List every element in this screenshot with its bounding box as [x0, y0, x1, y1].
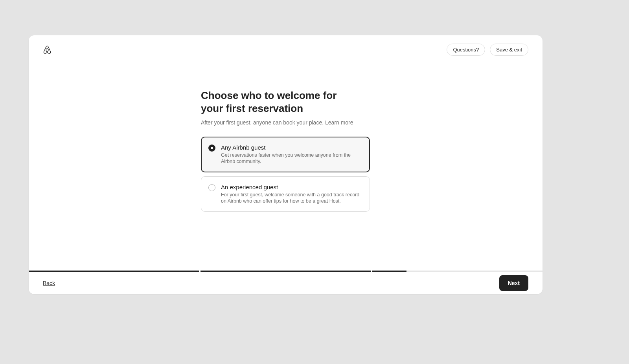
subtitle-text: After your first guest, anyone can book …: [201, 119, 325, 126]
radio-unselected-icon: [208, 184, 215, 191]
learn-more-link[interactable]: Learn more: [325, 119, 353, 126]
page-subtitle: After your first guest, anyone can book …: [201, 119, 370, 126]
progress-fill: [200, 271, 371, 272]
airbnb-logo-icon: [43, 45, 51, 54]
listing-step-card: Questions? Save & exit Choose who to wel…: [29, 35, 543, 294]
next-button[interactable]: Next: [499, 275, 528, 291]
progress-bar: [29, 271, 543, 272]
main-content: Choose who to welcome for your first res…: [29, 64, 543, 271]
progress-fill: [29, 271, 199, 272]
back-button[interactable]: Back: [43, 278, 55, 288]
footer: Back Next: [29, 272, 543, 294]
option-description: For your first guest, welcome someone wi…: [221, 192, 362, 205]
progress-fill: [372, 271, 406, 272]
questions-button[interactable]: Questions?: [447, 44, 485, 56]
step-content: Choose who to welcome for your first res…: [201, 89, 370, 212]
option-text: An experienced guest For your first gues…: [221, 184, 362, 205]
guest-type-options: Any Airbnb guest Get reservations faster…: [201, 137, 370, 212]
option-title: Any Airbnb guest: [221, 144, 362, 151]
progress-segment-1: [29, 271, 199, 272]
progress-segment-3: [372, 271, 543, 272]
radio-selected-icon: [208, 145, 215, 152]
airbnb-logo[interactable]: [43, 45, 51, 54]
option-any-guest[interactable]: Any Airbnb guest Get reservations faster…: [201, 137, 370, 172]
header-buttons: Questions? Save & exit: [447, 44, 528, 56]
save-exit-button[interactable]: Save & exit: [490, 44, 528, 56]
option-title: An experienced guest: [221, 184, 362, 190]
progress-segment-2: [200, 271, 371, 272]
option-experienced-guest[interactable]: An experienced guest For your first gues…: [201, 176, 370, 212]
header: Questions? Save & exit: [29, 35, 543, 64]
option-description: Get reservations faster when you welcome…: [221, 152, 362, 165]
option-text: Any Airbnb guest Get reservations faster…: [221, 144, 362, 165]
page-title: Choose who to welcome for your first res…: [201, 89, 342, 115]
